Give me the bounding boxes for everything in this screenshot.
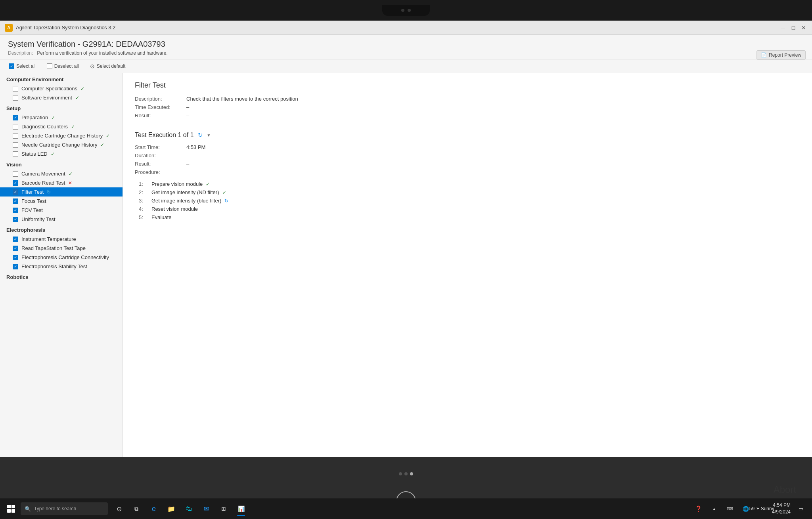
remote-button[interactable]: ⊞	[216, 501, 232, 517]
description-value: Check that the filters move to the corre…	[186, 96, 298, 102]
desktop-icon: ▭	[799, 506, 803, 512]
item-label: Preparation	[21, 114, 48, 120]
list-item[interactable]: ✓ Read TapeStation Test Tape	[0, 244, 123, 253]
list-item[interactable]: Software Environment ✓	[0, 93, 123, 102]
tray-chevron-button[interactable]: ▲	[708, 502, 720, 515]
result-label: Result:	[135, 113, 186, 118]
select-all-button[interactable]: ✓ Select all	[6, 62, 38, 70]
store-button[interactable]: 🛍	[181, 501, 197, 517]
select-all-label: Select all	[16, 63, 36, 69]
taskview-icon: ⧉	[134, 506, 138, 512]
item-label: Needle Cartridge Change History	[21, 142, 97, 148]
item-label: Instrument Temperature	[21, 236, 76, 242]
minimize-button[interactable]: ─	[779, 24, 787, 31]
proc-text: Get image intensity (ND filter)	[151, 189, 219, 195]
list-item[interactable]: Needle Cartridge Change History ✓	[0, 140, 123, 149]
list-item[interactable]: Computer Specifications ✓	[0, 84, 123, 93]
checkbox-electrode[interactable]	[13, 133, 18, 139]
check-icon: ✓	[71, 124, 75, 130]
checkbox-cartridge-connectivity[interactable]: ✓	[13, 255, 18, 260]
proc-text: Reset vision module	[151, 206, 198, 212]
checkbox-needle[interactable]	[13, 142, 18, 148]
list-item[interactable]: Camera Movement ✓	[0, 169, 123, 178]
checkbox-diagnostic[interactable]	[13, 124, 18, 130]
duration-label: Duration:	[135, 153, 186, 158]
checkbox-focus[interactable]: ✓	[13, 198, 18, 204]
checkbox-camera[interactable]	[13, 171, 18, 177]
camera-dot	[401, 9, 404, 12]
left-panel: Computer Environment Computer Specificat…	[0, 73, 123, 457]
deselect-all-button[interactable]: Deselect all	[44, 62, 81, 70]
time-executed-row: Time Executed: –	[135, 104, 800, 110]
proc-check-icon: ✓	[206, 181, 210, 187]
list-item[interactable]: ✓ Electrophoresis Stability Test	[0, 262, 123, 271]
x-icon: ✕	[68, 180, 72, 186]
abort-button[interactable]: Abort	[774, 484, 796, 495]
proc-text: Get image intensity (blue filter)	[151, 198, 221, 204]
checkbox-status-led[interactable]	[13, 151, 18, 157]
proc-num: 5:	[139, 214, 148, 220]
check-icon: ✓	[75, 95, 79, 101]
weather-widget[interactable]: 59°F Sunny	[755, 502, 768, 515]
description-text: Perform a verification of your installed…	[37, 50, 168, 56]
start-time-row: Start Time: 4:53 PM	[135, 144, 800, 150]
list-item[interactable]: Status LED ✓	[0, 149, 123, 158]
checkbox-fov[interactable]: ✓	[13, 208, 18, 213]
chevron-up-icon: ▲	[712, 507, 716, 511]
start-button[interactable]	[3, 501, 19, 517]
list-item[interactable]: ✓ Uniformity Test	[0, 215, 123, 224]
procedure-label: Procedure:	[135, 169, 186, 175]
checkbox-filter[interactable]: ✓	[13, 189, 18, 195]
checkbox-barcode[interactable]: ✓	[13, 180, 18, 186]
list-item-filter-test[interactable]: ✓ Filter Test ↻	[0, 187, 123, 197]
mail-button[interactable]: ✉	[198, 501, 214, 517]
tray-help-button[interactable]: ❓	[692, 502, 705, 515]
list-item[interactable]: ✓ Electrophoresis Cartridge Connectivity	[0, 253, 123, 262]
edge-button[interactable]: e	[146, 501, 162, 517]
test-title: Filter Test	[135, 81, 800, 90]
execution-header: Test Execution 1 of 1 ↻ ▼	[135, 132, 800, 139]
list-item[interactable]: ✓ FOV Test	[0, 206, 123, 215]
select-all-icon: ✓	[9, 63, 14, 69]
result-row: Result: –	[135, 113, 800, 118]
taskview-button[interactable]: ⧉	[128, 501, 144, 517]
cortana-button[interactable]: ⊙	[111, 501, 127, 517]
checkbox-read-tape[interactable]: ✓	[13, 246, 18, 251]
explorer-button[interactable]: 📁	[163, 501, 179, 517]
checkbox-stability[interactable]: ✓	[13, 264, 18, 269]
close-button[interactable]: ✕	[800, 24, 807, 31]
checkbox-instrument-temp[interactable]: ✓	[13, 237, 18, 242]
checkbox-software-env[interactable]	[13, 95, 18, 101]
list-item[interactable]: ✓ Barcode Read Test ✕	[0, 178, 123, 187]
show-desktop-button[interactable]: ▭	[795, 502, 807, 515]
camera-dot2	[408, 9, 411, 12]
report-preview-label: Report Preview	[769, 52, 801, 58]
dot	[399, 472, 402, 475]
list-item[interactable]: ✓ Preparation ✓	[0, 113, 123, 122]
content-area: Computer Environment Computer Specificat…	[0, 73, 812, 457]
section-setup: Setup	[0, 102, 123, 113]
checkbox-uniformity[interactable]: ✓	[13, 217, 18, 222]
taskbar-clock[interactable]: 4:54 PM 4/9/2024	[772, 502, 791, 515]
list-item[interactable]: ✓ Focus Test	[0, 197, 123, 206]
section-electrophoresis: Electrophoresis	[0, 224, 123, 235]
select-default-button[interactable]: ⊙ Select default	[88, 62, 128, 71]
report-preview-button[interactable]: 📄 Report Preview	[756, 50, 806, 60]
page-title: System Verification - G2991A: DEDAA03793	[8, 40, 804, 49]
keyboard-icon-btn: ⌨	[724, 502, 736, 515]
taskbar-search[interactable]: 🔍 Type here to search	[21, 502, 108, 515]
report-icon: 📄	[761, 52, 767, 58]
right-panel: Filter Test Description: Check that the …	[123, 73, 812, 457]
list-item[interactable]: ✓ Instrument Temperature	[0, 235, 123, 244]
checkbox-preparation[interactable]: ✓	[13, 115, 18, 120]
execution-dropdown-arrow[interactable]: ▼	[207, 133, 211, 137]
item-label: Electrophoresis Cartridge Connectivity	[21, 254, 109, 260]
list-item[interactable]: Diagnostic Counters ✓	[0, 122, 123, 131]
list-item[interactable]: Electrode Cartridge Change History ✓	[0, 131, 123, 140]
maximize-button[interactable]: □	[790, 24, 797, 31]
proc-text: Prepare vision module	[151, 181, 203, 187]
store-icon: 🛍	[186, 505, 192, 512]
abort-area: Abort	[774, 484, 796, 495]
app-button[interactable]: 📊	[233, 501, 249, 517]
checkbox-computer-specs[interactable]	[13, 86, 18, 92]
